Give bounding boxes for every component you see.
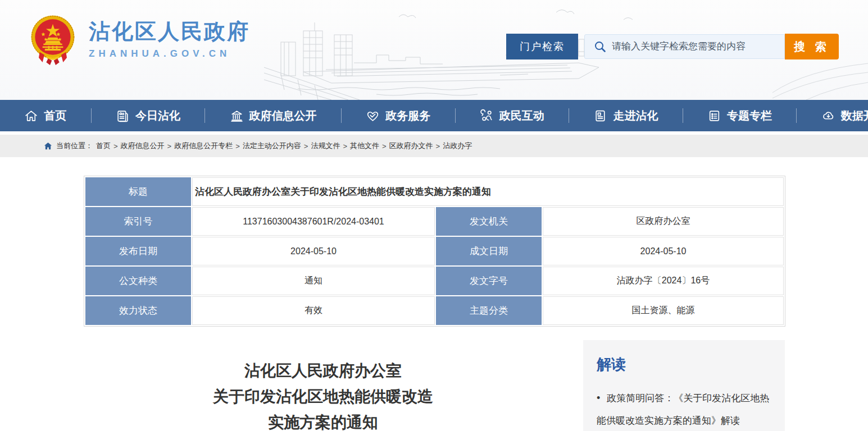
breadcrumb-item[interactable]: 法定主动公开内容	[243, 141, 301, 151]
search-box	[584, 34, 785, 59]
meta-label: 效力状态	[85, 296, 191, 325]
breadcrumb: 当前位置： 首页 > 政府信息公开 > 政府信息公开专栏 > 法定主动公开内容 …	[44, 141, 472, 151]
nav-item-interaction[interactable]: 政民互动	[456, 100, 569, 131]
site-logo[interactable]: 沾化区人民政府 ZHANHUA.GOV.CN	[29, 15, 250, 65]
breadcrumb-item[interactable]: 法规文件	[311, 141, 340, 151]
breadcrumb-separator: >	[113, 142, 118, 150]
meta-value: 通知	[192, 267, 435, 295]
meta-value: 2024-05-10	[192, 237, 435, 265]
document-icon	[593, 109, 607, 123]
breadcrumb-bar: 当前位置： 首页 > 政府信息公开 > 政府信息公开专栏 > 法定主动公开内容 …	[0, 135, 868, 157]
nav-item-today[interactable]: 今日沾化	[92, 100, 205, 131]
chat-icon	[480, 109, 494, 123]
meta-label: 成文日期	[436, 237, 542, 265]
document-meta-table: 标题 沾化区人民政府办公室关于印发沾化区地热能供暖改造实施方案的通知 索引号 1…	[84, 176, 785, 326]
document-body: 沾化区人民政府办公室 关于印发沾化区地热能供暖改造 实施方案的通知	[84, 340, 562, 431]
table-row: 索引号 11371603004387601R/2024-03401 发文机关 区…	[85, 207, 784, 236]
meta-label: 索引号	[85, 207, 191, 236]
handshake-icon	[366, 109, 380, 123]
meta-value: 11371603004387601R/2024-03401	[192, 207, 435, 236]
breadcrumb-separator: >	[343, 142, 347, 150]
search-submit-button[interactable]: 搜 索	[785, 34, 839, 59]
cloud-download-icon	[821, 109, 835, 123]
breadcrumb-separator: >	[304, 142, 308, 150]
list-icon	[707, 109, 721, 123]
nav-label: 首页	[44, 108, 66, 123]
nav-item-open-data[interactable]: 数据开放	[797, 100, 868, 131]
site-domain: ZHANHUA.GOV.CN	[89, 48, 250, 59]
table-row: 公文种类 通知 发文字号 沾政办字〔2024〕16号	[85, 267, 784, 295]
table-row: 效力状态 有效 主题分类 国土资源、能源	[85, 296, 784, 325]
table-row: 标题 沾化区人民政府办公室关于印发沾化区地热能供暖改造实施方案的通知	[85, 177, 784, 206]
interpretation-link[interactable]: 政策简明问答：《关于印发沾化区地热能供暖改造实施方案的通知》解读	[597, 387, 772, 431]
portal-search-button[interactable]: 门户检索	[506, 34, 578, 59]
breadcrumb-item[interactable]: 沾政办字	[443, 141, 472, 151]
nav-item-home[interactable]: 首页	[0, 100, 91, 131]
interpretation-panel: 解读 政策简明问答：《关于印发沾化区地热能供暖改造实施方案的通知》解读	[583, 340, 785, 431]
search-icon	[594, 40, 606, 53]
corner-sketch-lines	[772, 53, 868, 100]
meta-label: 主题分类	[436, 296, 542, 325]
breadcrumb-item[interactable]: 政府信息公开专栏	[174, 141, 233, 151]
breadcrumb-item[interactable]: 首页	[96, 141, 111, 151]
meta-value: 有效	[192, 296, 435, 325]
meta-label: 发文机关	[436, 207, 542, 236]
breadcrumb-prefix: 当前位置：	[56, 141, 93, 151]
nav-label: 专题专栏	[727, 108, 772, 123]
home-small-icon	[44, 142, 52, 150]
meta-label: 公文种类	[85, 267, 191, 295]
breadcrumb-separator: >	[436, 142, 440, 150]
meta-value: 国土资源、能源	[543, 296, 784, 325]
home-icon	[24, 109, 38, 123]
main-nav: 首页 今日沾化 政府信息公开 政务服务 政民互动 走进沾化 专题	[0, 100, 868, 131]
meta-label: 发布日期	[85, 237, 191, 265]
nav-label: 走进沾化	[613, 108, 658, 123]
document-title-line: 沾化区人民政府办公室	[84, 358, 562, 384]
nav-item-about[interactable]: 走进沾化	[569, 100, 683, 131]
nav-item-services[interactable]: 政务服务	[342, 100, 455, 131]
site-name: 沾化区人民政府	[89, 20, 250, 44]
nav-item-topics[interactable]: 专题专栏	[683, 100, 797, 131]
meta-value: 2024-05-10	[543, 237, 784, 265]
meta-label: 标题	[85, 177, 191, 206]
nav-label: 政民互动	[499, 108, 544, 123]
meta-title-value: 沾化区人民政府办公室关于印发沾化区地热能供暖改造实施方案的通知	[192, 177, 784, 206]
breadcrumb-separator: >	[382, 142, 387, 150]
meta-value: 沾政办字〔2024〕16号	[543, 267, 784, 295]
nav-label: 今日沾化	[135, 108, 180, 123]
meta-label: 发文字号	[436, 267, 542, 295]
breadcrumb-separator: >	[235, 142, 240, 150]
bank-icon	[230, 109, 244, 123]
nav-label: 政府信息公开	[249, 108, 317, 123]
breadcrumb-separator: >	[167, 142, 172, 150]
table-row: 发布日期 2024-05-10 成文日期 2024-05-10	[85, 237, 784, 265]
interpretation-heading: 解读	[597, 355, 772, 374]
header-search-area: 门户检索 搜 索	[506, 34, 839, 59]
document-title-line: 关于印发沾化区地热能供暖改造	[84, 384, 562, 410]
site-header: 沾化区人民政府 ZHANHUA.GOV.CN 门户检索 搜 索	[0, 0, 868, 100]
nav-item-gov-info[interactable]: 政府信息公开	[205, 100, 341, 131]
document-title-line: 实施方案的通知	[84, 410, 562, 431]
document-title: 沾化区人民政府办公室 关于印发沾化区地热能供暖改造 实施方案的通知	[84, 358, 562, 431]
breadcrumb-item[interactable]: 区政府办文件	[389, 141, 433, 151]
search-input[interactable]	[606, 35, 784, 58]
newspaper-icon	[116, 109, 130, 123]
nav-label: 政务服务	[385, 108, 430, 123]
national-emblem-icon	[29, 15, 76, 65]
nav-label: 数据开放	[841, 108, 868, 123]
breadcrumb-item[interactable]: 政府信息公开	[121, 141, 165, 151]
breadcrumb-item[interactable]: 其他文件	[350, 141, 379, 151]
meta-value: 区政府办公室	[543, 207, 784, 236]
main-content: 标题 沾化区人民政府办公室关于印发沾化区地热能供暖改造实施方案的通知 索引号 1…	[84, 176, 785, 431]
